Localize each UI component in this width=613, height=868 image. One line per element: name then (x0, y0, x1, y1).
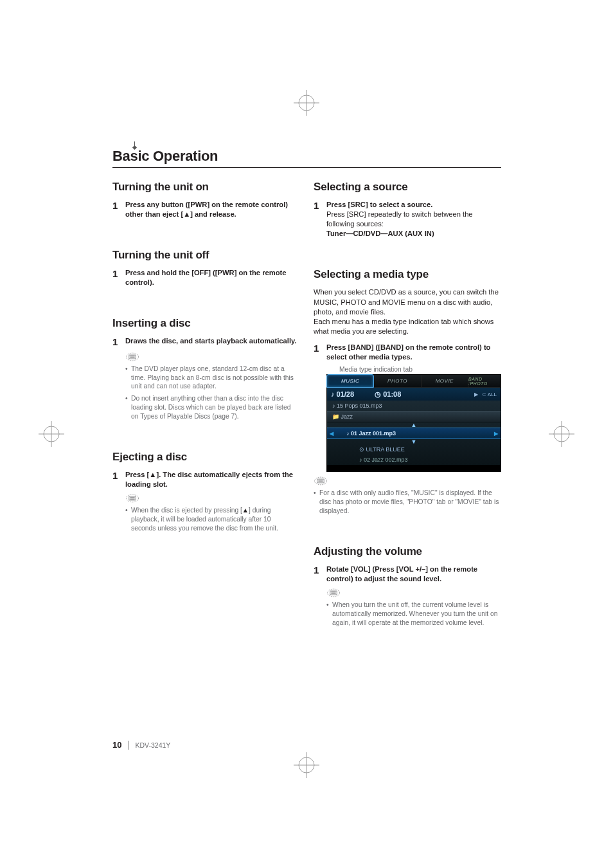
step-text: Press [BAND] ([BAND] on the remote contr… (326, 343, 490, 361)
scroll-down-icon: ▼ (327, 439, 501, 444)
section-title: Selecting a media type (314, 268, 501, 281)
section-title: Adjusting the volume (314, 545, 501, 558)
media-screenshot: MUSIC PHOTO MOVIE BAND :PHOTO ♪ 01/28 ◷ … (326, 374, 501, 472)
page-footer: 10 KDV-3241Y (112, 740, 170, 750)
step-number: 1 (112, 470, 120, 489)
step-text: Press any button ([PWR] on the remote co… (125, 201, 288, 218)
section-inserting-disc: Inserting a disc 1 Draws the disc, and s… (112, 317, 297, 421)
elapsed-time: ◷ 01:08 (375, 390, 401, 399)
scroll-up-icon: ▲ (327, 422, 501, 428)
note-item: For a disc with only audio files, "MUSIC… (314, 489, 501, 516)
step-text: Rotate [VOL] (Press [VOL +/–] on the rem… (326, 565, 477, 583)
note-icon (314, 476, 501, 486)
step-text: Draws the disc, and starts playback auto… (125, 337, 297, 345)
page-number: 10 (112, 740, 121, 750)
registration-mark-top (294, 90, 319, 116)
list-album: ⊙ ULTRA BLUEE (327, 444, 501, 455)
note-item: When the disc is ejected by pressing [▲]… (125, 506, 297, 533)
section-selecting-source: Selecting a source 1 Press [SRC] to sele… (314, 181, 501, 239)
section-title: Ejecting a disc (112, 451, 297, 464)
note-icon (125, 493, 297, 503)
pointer-line (134, 141, 135, 148)
step-number: 1 (314, 200, 321, 239)
section-title: Turning the unit off (112, 249, 297, 262)
chapter-rule (112, 167, 501, 168)
note-icon (125, 352, 297, 362)
model-label: KDV-3241Y (135, 741, 170, 749)
registration-mark-left (39, 421, 64, 447)
tab-photo: PHOTO (374, 375, 421, 387)
section-turning-off: Turning the unit off 1 Press and hold th… (112, 249, 297, 287)
list-item-next: ♪ 02 Jazz 002.mp3 (327, 455, 501, 465)
step-text: Press and hold the [OFF] ([PWR] on the r… (125, 269, 286, 286)
list-folder: 📁 Jazz (327, 411, 501, 422)
step-text-bold: Press [SRC] to select a source. (326, 200, 501, 210)
section-turning-on: Turning the unit on 1 Press any button (… (112, 181, 297, 219)
note-item: The DVD player plays one, standard 12-cm… (125, 365, 297, 392)
section-adjusting-volume: Adjusting the volume 1 Rotate [VOL] (Pre… (314, 545, 501, 628)
step-number: 1 (112, 336, 120, 347)
step-number: 1 (112, 200, 120, 219)
screenshot-caption: Media type indication tab (339, 366, 501, 373)
section-title: Selecting a source (314, 181, 501, 194)
tab-music: MUSIC (326, 374, 374, 388)
section-selecting-media: Selecting a media type When you select C… (314, 268, 501, 515)
note-icon (326, 588, 501, 598)
note-item: When you turn the unit off, the current … (326, 601, 501, 628)
eject-icon: ▲ (149, 471, 156, 478)
note-item: Do not insert anything other than a disc… (125, 394, 297, 421)
list-header: ♪ 15 Pops 015.mp3 (327, 401, 501, 411)
step-text: Press [▲]. The disc automatically ejects… (125, 471, 293, 488)
eject-icon: ▲ (183, 210, 190, 218)
list-item-current: ♪ 01 Jazz 001.mp3 (327, 428, 501, 439)
step-number: 1 (314, 565, 321, 584)
section-title: Turning the unit on (112, 181, 297, 194)
footer-separator (128, 741, 129, 750)
section-intro: When you select CD/DVD as a source, you … (314, 287, 501, 336)
tab-movie: MOVIE (422, 375, 468, 387)
eject-icon: ▲ (242, 507, 249, 514)
repeat-mode: ⊂ ALL (482, 392, 497, 397)
track-position: ♪ 01/28 (331, 390, 354, 398)
registration-mark-right (549, 421, 574, 447)
source-list: Tuner—CD/DVD—AUX (AUX IN) (326, 229, 501, 239)
tab-band: BAND :PHOTO (468, 375, 501, 387)
registration-mark-bottom (294, 752, 319, 778)
section-ejecting-disc: Ejecting a disc 1 Press [▲]. The disc au… (112, 451, 297, 533)
chapter-title: Basic Operation (112, 148, 501, 165)
step-number: 1 (314, 343, 321, 362)
step-text-plain: Press [SRC] repeatedly to switch between… (326, 210, 501, 229)
section-title: Inserting a disc (112, 317, 297, 330)
play-icon: ▶ (474, 392, 478, 397)
step-number: 1 (112, 268, 120, 287)
